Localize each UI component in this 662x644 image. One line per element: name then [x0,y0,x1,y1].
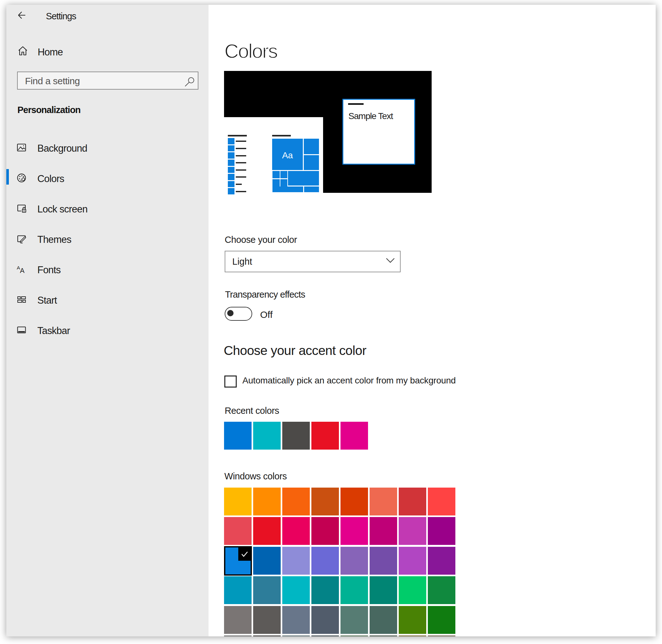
svg-text:A: A [20,267,25,274]
